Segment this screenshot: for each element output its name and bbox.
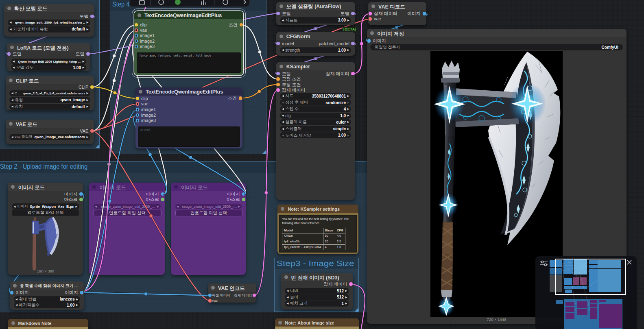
- node-titlebar[interactable]: 빈 잠재 이미지 (SD3): [281, 273, 353, 281]
- group-resize-handle[interactable]: [262, 150, 266, 154]
- widget-right-arrow-icon[interactable]: ▶: [85, 28, 90, 31]
- node-titlebar[interactable]: VAE 디코드: [368, 2, 426, 10]
- node-titlebar[interactable]: 모델 샘플링 (AuraFlow): [276, 2, 355, 10]
- widget-메가픽셀수[interactable]: ◀메가픽셀수1.00▶: [14, 302, 80, 308]
- node-titlebar[interactable]: Note: About image size: [275, 318, 359, 327]
- slot-dot[interactable]: [161, 198, 165, 201]
- node-mdnote[interactable]: Markdown Note: [8, 319, 88, 329]
- node-collapse-dot[interactable]: [10, 46, 14, 49]
- slot-dot[interactable]: [79, 198, 83, 201]
- node-clipl[interactable]: CLIP 로드CLIP◀C ...qwen_2.5_vl_7b_fp8_scal…: [6, 76, 94, 110]
- output-slot-이미지[interactable]: 이미지: [10, 290, 84, 295]
- graph-canvas[interactable]: Step 4Step 2 - Upload image for editingS…: [0, 0, 644, 329]
- widget-left-arrow-icon[interactable]: ◀: [14, 303, 19, 307]
- input-slot-image1[interactable]: image1: [135, 107, 156, 112]
- output-slot-잠재 데이터[interactable]: 잠재 데이터: [208, 293, 256, 298]
- node-encg[interactable]: TextEncodeQwenImageEditPlusclipvaeimage1…: [134, 11, 243, 75]
- run-status-icon[interactable]: [175, 0, 181, 5]
- node-collapse-dot[interactable]: [279, 35, 283, 38]
- widget-C ...[interactable]: ◀C ...qwen_2.5_vl_7b_fp8_scaled.safetens…: [10, 91, 90, 96]
- slot-dot[interactable]: [351, 42, 355, 46]
- node-venc[interactable]: VAE 인코드픽셀 이미지vae잠재 데이터: [208, 283, 256, 303]
- widget-right-arrow-icon[interactable]: ▶: [346, 107, 351, 111]
- node-collapse-dot[interactable]: [278, 321, 282, 325]
- node-titlebar[interactable]: LoRA 로드 (모델 전용): [7, 43, 90, 51]
- node-cfgn[interactable]: CFGNormmodelpatched_model◀strength1.00▶: [276, 32, 355, 56]
- node-titlebar[interactable]: Note: KSampler settings: [277, 205, 358, 213]
- node-encp[interactable]: TextEncodeQwenImageEditPlusclipvaeimage1…: [135, 87, 242, 148]
- node-collapse-dot[interactable]: [9, 78, 13, 82]
- node-collapse-dot[interactable]: [371, 4, 375, 8]
- widget-시드[interactable]: ◀시드358031270648801▶: [280, 93, 351, 99]
- widget-노이즈 제거양[interactable]: ◀노이즈 제거양1.00▶: [280, 133, 351, 138]
- widget-right-arrow-icon[interactable]: ▶: [346, 120, 351, 124]
- slot-dot[interactable]: [240, 23, 243, 27]
- input-slot-긍정 조건[interactable]: 긍정 조건: [276, 76, 301, 82]
- widget-right-arrow-icon[interactable]: ▶: [85, 135, 90, 139]
- output-slot-모델[interactable]: 모델: [4, 14, 94, 19]
- output-slot-조건[interactable]: 조건: [134, 22, 243, 28]
- slot-dot[interactable]: [90, 129, 94, 133]
- widget-right-arrow-icon[interactable]: ▶: [346, 48, 351, 52]
- slot-dot[interactable]: [242, 192, 246, 196]
- widget-right-arrow-icon[interactable]: ▶: [75, 298, 80, 301]
- widget-left-arrow-icon[interactable]: ◀: [175, 205, 180, 208]
- queue-icon[interactable]: [201, 0, 206, 5]
- link-midpoint-dot[interactable]: [360, 42, 363, 45]
- output-slot-마스크[interactable]: 마스크: [89, 197, 165, 202]
- widget-left-arrow-icon[interactable]: ◀: [285, 296, 290, 299]
- widget-높이[interactable]: ◀높이512▶: [285, 294, 349, 300]
- input-slot-image1[interactable]: image1: [134, 33, 155, 38]
- widget-가중치 데이터 유형[interactable]: ◀가중치 데이터 유형default▶: [8, 26, 90, 32]
- node-collapse-dot[interactable]: [92, 185, 96, 189]
- group-resize-handle[interactable]: [355, 308, 358, 312]
- node-elat[interactable]: 빈 잠재 이미지 (SD3)잠재 데이터◀너비512▶◀높이512▶◀배치 크기…: [281, 273, 353, 309]
- slot-dot[interactable]: [79, 192, 83, 196]
- slot-dot[interactable]: [208, 299, 212, 303]
- widget-right-arrow-icon[interactable]: ▶: [75, 303, 80, 307]
- node-titlebar[interactable]: VAE 로드: [6, 120, 94, 128]
- node-collapse-dot[interactable]: [139, 90, 142, 94]
- slot-dot[interactable]: [136, 108, 140, 111]
- workflow-icon[interactable]: [140, 0, 144, 5]
- slot-dot[interactable]: [80, 291, 84, 294]
- widget-right-arrow-icon[interactable]: ▶: [74, 205, 79, 208]
- widget-right-arrow-icon[interactable]: ▶: [346, 127, 351, 131]
- link-midpoint-dot[interactable]: [314, 57, 317, 60]
- node-limgc[interactable]: 이미지 로드이미지마스크◀image_qwen_image_edit_2509_…: [171, 183, 246, 275]
- output-slot-이미지[interactable]: 이미지: [8, 192, 83, 197]
- widget-파일명 접두사[interactable]: 파일명 접두사ComfyUI: [371, 44, 622, 50]
- slot-dot[interactable]: [351, 12, 355, 15]
- slot-dot[interactable]: [135, 45, 138, 48]
- link-midpoint-dot[interactable]: [189, 156, 192, 159]
- refresh-icon[interactable]: [223, 0, 228, 4]
- input-slot-vae[interactable]: vae: [208, 298, 218, 303]
- node-titlebar[interactable]: 이미지 로드: [171, 183, 246, 191]
- widget-left-arrow-icon[interactable]: ◀: [10, 135, 15, 139]
- widget-left-arrow-icon[interactable]: ◀: [280, 127, 285, 131]
- node-titlebar[interactable]: CFGNorm: [276, 32, 355, 40]
- widget-right-arrow-icon[interactable]: ▶: [81, 66, 86, 69]
- output-slot-마스크[interactable]: 마스크: [171, 197, 246, 202]
- widget-right-arrow-icon[interactable]: ▶: [346, 19, 351, 22]
- widget-right-arrow-icon[interactable]: ▶: [344, 296, 349, 299]
- widget-left-arrow-icon[interactable]: ◀: [280, 107, 285, 111]
- widget-left-arrow-icon[interactable]: ◀: [11, 60, 16, 63]
- widget-스케줄러[interactable]: ◀스케줄러simple▶: [280, 126, 351, 132]
- output-slot-CLIP[interactable]: CLIP: [6, 85, 94, 90]
- prompt-textarea[interactable]: prompt: [138, 126, 240, 147]
- widget-스텝 수[interactable]: ◀스텝 수4▶: [280, 107, 351, 112]
- node-collapse-dot[interactable]: [13, 284, 17, 288]
- slot-dot[interactable]: [136, 102, 140, 106]
- expand-icon[interactable]: [244, 0, 246, 4]
- widget-strength[interactable]: ◀strength1.00▶: [280, 48, 351, 53]
- node-titlebar[interactable]: VAE 인코드: [208, 283, 256, 292]
- node-titlebar[interactable]: 총 픽셀 수에 맞춰 이미지 크기 ...: [10, 281, 84, 290]
- node-diff[interactable]: 확산 모델 로드모델◀qwen_image_edit_2509_fp8_e4m3…: [4, 4, 94, 37]
- minimap-viewport[interactable]: [555, 259, 626, 295]
- widget-right-arrow-icon[interactable]: ▶: [346, 94, 351, 98]
- node-titlebar[interactable]: 이미지 저장: [367, 29, 627, 37]
- widget-너비[interactable]: ◀너비512▶: [285, 288, 349, 294]
- output-slot-이미지[interactable]: 이미지: [89, 192, 165, 197]
- slot-dot[interactable]: [135, 28, 138, 32]
